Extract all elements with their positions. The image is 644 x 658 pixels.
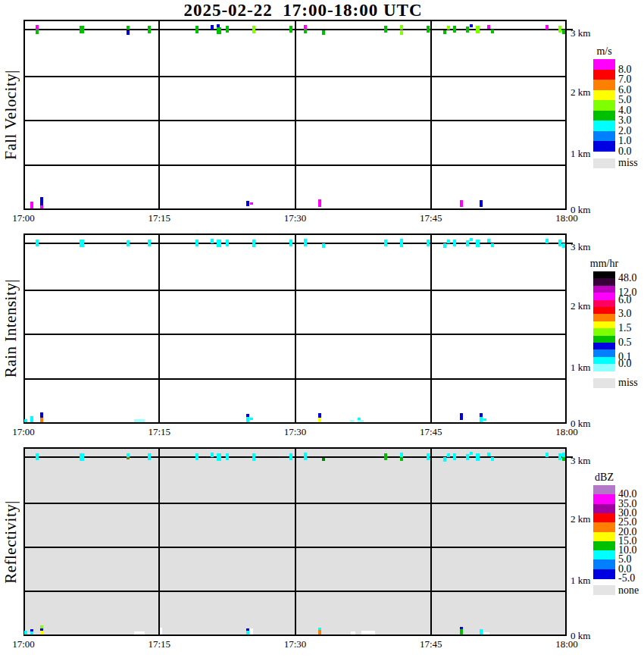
colorbar-segment <box>593 141 615 152</box>
y-tick-label: 1 km <box>571 575 590 586</box>
data-mark <box>217 240 221 247</box>
y-tick-label: 2 km <box>571 86 590 98</box>
data-mark <box>134 631 145 634</box>
data-mark <box>487 239 490 243</box>
data-mark <box>24 631 27 634</box>
colorbar-segment-label: 0.5 <box>618 337 632 348</box>
data-mark <box>562 457 565 461</box>
data-mark <box>211 239 214 243</box>
data-mark <box>546 239 549 243</box>
data-mark <box>546 453 549 457</box>
data-mark <box>318 199 321 207</box>
data-mark <box>289 240 292 246</box>
y-tick-label: 3 km <box>571 455 590 466</box>
data-mark <box>127 26 130 30</box>
x-tick-label: 18:00 <box>549 426 585 437</box>
data-mark <box>40 412 43 418</box>
data-mark <box>40 205 43 208</box>
x-tick-label: 18:00 <box>549 212 585 224</box>
vertical-gridline <box>158 233 160 424</box>
data-mark <box>562 243 565 248</box>
time-height-chart: 2025-02-22 17:00-18:00 UTC 3 km2 km1 km0… <box>0 0 644 658</box>
data-mark <box>289 26 292 33</box>
data-mark <box>195 453 199 460</box>
data-mark <box>246 631 249 634</box>
x-tick-label: 17:15 <box>141 638 177 650</box>
data-mark <box>466 240 469 246</box>
vertical-gridline <box>295 233 296 424</box>
panel-ylabel-fall-velocity: Fall Velocity| <box>1 20 20 210</box>
data-mark <box>483 632 489 634</box>
colorbar-miss-swatch <box>593 585 615 595</box>
horizontal-gridline <box>23 120 567 121</box>
data-mark <box>453 453 456 460</box>
colorbar-segment <box>593 559 615 569</box>
horizontal-gridline <box>23 164 567 166</box>
panel-ylabel-rain-intensity: Rain Intensity| <box>1 233 20 424</box>
colorbar-segment <box>593 541 615 551</box>
data-mark <box>246 417 249 422</box>
data-mark <box>470 238 473 241</box>
data-mark <box>453 26 456 33</box>
colorbar-segment-label: 6.0 <box>618 294 632 306</box>
colorbar-miss-label: miss <box>618 157 638 168</box>
data-mark <box>400 25 403 30</box>
data-mark <box>400 239 403 247</box>
data-mark <box>476 240 480 247</box>
data-mark <box>322 458 325 461</box>
data-mark <box>304 453 307 460</box>
data-mark <box>487 25 490 29</box>
colorbar-segment <box>593 100 615 111</box>
data-mark <box>211 25 214 30</box>
data-mark <box>217 453 221 461</box>
data-mark <box>211 453 214 457</box>
data-mark <box>40 631 43 634</box>
horizontal-gridline <box>23 378 567 380</box>
data-mark <box>127 457 130 459</box>
data-mark <box>304 239 307 246</box>
colorbar-segment <box>593 70 615 80</box>
data-mark <box>480 200 483 207</box>
horizontal-gridline <box>23 547 567 548</box>
data-mark <box>195 240 199 246</box>
data-mark <box>80 26 84 33</box>
colorbar-title: dBZ <box>582 472 627 484</box>
data-mark <box>491 243 494 247</box>
data-mark <box>226 240 229 246</box>
data-mark <box>351 631 355 634</box>
panel-ylabel-reflectivity: Reflectivity| <box>1 447 20 636</box>
data-mark <box>318 630 321 634</box>
colorbar-segment <box>593 121 615 131</box>
data-mark <box>443 30 446 34</box>
x-tick-label: 17:30 <box>277 426 314 437</box>
x-tick-label: 17:45 <box>413 212 449 224</box>
data-mark <box>40 418 43 422</box>
data-mark <box>217 27 221 34</box>
colorbar-segment <box>593 364 615 371</box>
data-mark <box>476 453 480 461</box>
colorbar-segment <box>593 504 615 514</box>
colorbar-segment-label: 0.0 <box>618 358 632 369</box>
y-tick-label: 3 km <box>571 27 590 39</box>
data-mark <box>562 30 565 34</box>
colorbar-segment <box>593 550 615 560</box>
data-mark <box>427 240 430 246</box>
data-mark <box>384 240 387 246</box>
x-tick-label: 17:00 <box>5 638 42 650</box>
data-mark <box>127 240 130 246</box>
y-tick-label: 2 km <box>571 300 590 312</box>
data-mark <box>322 30 325 35</box>
data-mark <box>30 202 33 208</box>
y-tick-label: 3 km <box>571 241 590 252</box>
colorbar-miss-label: miss <box>618 377 638 388</box>
data-mark <box>476 26 480 33</box>
data-mark <box>30 416 33 422</box>
data-mark <box>427 26 430 33</box>
data-mark <box>447 453 450 457</box>
panel-ylabel-text: Rain Intensity| <box>2 279 20 378</box>
colorbar-segment <box>593 59 615 70</box>
data-mark <box>80 453 84 461</box>
colorbar-miss-swatch <box>593 378 615 388</box>
data-mark <box>453 240 456 246</box>
vertical-gridline <box>430 447 432 636</box>
